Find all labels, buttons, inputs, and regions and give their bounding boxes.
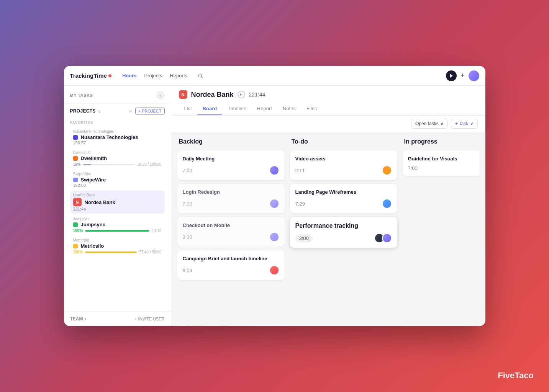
logo-dot: [108, 74, 111, 77]
collapse-sidebar-button[interactable]: ‹: [156, 91, 165, 100]
project-name-swipewire: SwipeWire: [81, 177, 106, 183]
app-window: TrackingTime Hours Projects Reports + MY…: [64, 66, 485, 326]
sidebar-item-jumpsync[interactable]: Jumpsync Jumpsync 100% 14:10: [70, 214, 165, 235]
favorites-label: FAVORITES: [70, 121, 165, 125]
sidebar-item-metricsilo[interactable]: Metricsilo Metricsilo 100% 77:40 / 50:00: [70, 236, 165, 256]
column-backlog: Backlog Daily Meeting 7:00 Login: [177, 138, 285, 320]
task-time: 7:00: [183, 168, 192, 173]
column-title-backlog: Backlog: [177, 138, 285, 147]
list-view-icon[interactable]: ≡: [129, 108, 132, 114]
task-bottom: 2:30: [183, 232, 279, 242]
project-header: N Nordea Bank 221:44 List Board Timeline…: [171, 86, 485, 116]
project-meta-nordea: Nordea Bank: [73, 193, 162, 197]
progress-bar-fill-metricsilo: [85, 252, 137, 253]
task-card-login-redesign[interactable]: Login Redesign 7:00: [177, 184, 285, 213]
task-name: Daily Meeting: [183, 156, 279, 162]
project-progress-jumpsync: 100% 14:10: [73, 229, 162, 233]
nav-hours[interactable]: Hours: [122, 71, 137, 80]
projects-header: PROJECTS ∨ ≡ + PROJECT: [64, 104, 171, 118]
task-avatars: [269, 232, 279, 242]
svg-marker-3: [240, 93, 243, 96]
nav-projects[interactable]: Projects: [144, 71, 162, 80]
task-card-video-assets[interactable]: Video assets 2:11: [290, 150, 397, 180]
projects-label-row: PROJECTS ∨: [70, 108, 101, 114]
project-icon-nordea: N: [73, 198, 82, 206]
add-button[interactable]: +: [461, 72, 465, 80]
task-avatars: [269, 199, 279, 209]
columns-wrapper: Backlog Daily Meeting 7:00 Login: [177, 138, 479, 320]
view-tabs: List Board Timeline Report Notes Files: [179, 103, 478, 115]
svg-line-1: [202, 77, 203, 78]
logo-text: TrackingTime: [70, 72, 107, 79]
task-avatars: [382, 199, 392, 209]
task-name: Video assets: [295, 156, 392, 162]
tab-board[interactable]: Board: [197, 103, 223, 115]
add-task-button[interactable]: + Task ∨: [451, 119, 478, 129]
task-card-campaign[interactable]: Campaign Brief and launch timeline 9:06: [177, 250, 285, 280]
tab-notes[interactable]: Notes: [277, 103, 301, 115]
task-card-guideline-visuals[interactable]: Guideline for Visuals 7:00: [403, 150, 479, 176]
sidebar-bottom: TEAM › + INVITE USER: [64, 311, 171, 326]
progress-times-metricsilo: 77:40 / 50:00: [139, 250, 161, 254]
user-avatar[interactable]: [469, 70, 479, 81]
invite-user-button[interactable]: + INVITE USER: [134, 317, 165, 321]
open-tasks-button[interactable]: Open tasks ∨: [411, 119, 448, 129]
projects-chevron-icon[interactable]: ∨: [98, 109, 101, 113]
task-card-checkout-mobile[interactable]: Checkout on Mobile 2:30: [177, 217, 285, 247]
task-avatar: [382, 233, 392, 243]
play-timer-button[interactable]: [446, 70, 457, 81]
project-total-time: 221:44: [249, 91, 265, 98]
task-card-daily-meeting[interactable]: Daily Meeting 7:00: [177, 150, 285, 180]
sidebar-item-dwellsmith[interactable]: Dwellsmith Dwellsmith 16% 16:33 / 100:00: [70, 148, 165, 169]
app-logo: TrackingTime: [70, 72, 111, 79]
project-color-dwellsmith: [73, 156, 78, 161]
project-title: Nordea Bank: [191, 91, 234, 99]
progress-bar-bg-dwellsmith: [83, 164, 135, 165]
task-avatars: [382, 165, 392, 175]
column-in-progress: In progress Guideline for Visuals 7:00: [403, 138, 479, 320]
add-project-button[interactable]: + PROJECT: [135, 108, 165, 114]
progress-times-jumpsync: 14:10: [152, 229, 161, 233]
search-icon[interactable]: [195, 70, 206, 81]
nav-reports[interactable]: Reports: [170, 71, 187, 80]
project-play-button[interactable]: [238, 91, 245, 98]
tab-files[interactable]: Files: [301, 103, 322, 115]
tab-list[interactable]: List: [179, 103, 197, 115]
sidebar: MY TASKS ‹ PROJECTS ∨ ≡ + PROJECT FAVORI…: [64, 86, 171, 326]
task-name: Login Redesign: [183, 189, 279, 195]
sidebar-item-swipewire[interactable]: SwipeWire SwipeWire 182:03: [70, 170, 165, 190]
main-content: N Nordea Bank 221:44 List Board Timeline…: [171, 86, 485, 326]
task-card-landing-page[interactable]: Landing Page Wireframes 7:29: [290, 184, 397, 213]
task-avatar: [269, 165, 279, 175]
task-card-performance-tracking[interactable]: Performance tracking 3:00: [290, 217, 397, 248]
column-title-in-progress: In progress: [403, 138, 479, 147]
project-name-jumpsync: Jumpsync: [81, 222, 105, 227]
project-header-icon: N: [179, 90, 187, 99]
task-name: Performance tracking: [295, 222, 392, 229]
task-name: Landing Page Wireframes: [295, 189, 392, 195]
tab-timeline[interactable]: Timeline: [222, 103, 252, 115]
task-time: 7:00: [183, 201, 192, 207]
tab-report[interactable]: Report: [252, 103, 277, 115]
progress-bar-bg-jumpsync: [85, 230, 149, 232]
projects-actions: ≡ + PROJECT: [129, 108, 165, 114]
fivetaco-branding: FiveTaco: [498, 371, 534, 381]
task-avatars: [269, 265, 279, 275]
project-color-swipewire: [73, 178, 78, 182]
progress-pct-metricsilo: 100%: [73, 250, 83, 254]
sidebar-item-nordea[interactable]: Nordea Bank N Nordea Bank 221:44: [70, 191, 165, 214]
progress-pct-jumpsync: 100%: [73, 229, 83, 233]
progress-pct-dwellsmith: 16%: [73, 162, 81, 167]
my-tasks-header: MY TASKS ‹: [64, 86, 171, 104]
task-bottom: 3:00: [295, 233, 392, 243]
team-button[interactable]: TEAM ›: [70, 316, 86, 322]
project-name-nusantara: Nusantara Technologies: [81, 134, 138, 140]
project-title-row: N Nordea Bank 221:44: [179, 90, 478, 99]
svg-point-0: [198, 74, 202, 77]
project-meta-jumpsync: Jumpsync: [73, 217, 162, 221]
column-todo: To-do Video assets 2:11 Landing: [290, 138, 397, 320]
sidebar-item-nusantara[interactable]: Nusantara Technologies Nusantara Technol…: [70, 127, 165, 147]
task-name: Campaign Brief and launch timeline: [183, 256, 279, 261]
task-time: 7:29: [295, 201, 305, 207]
project-name-nordea: Nordea Bank: [85, 199, 115, 205]
